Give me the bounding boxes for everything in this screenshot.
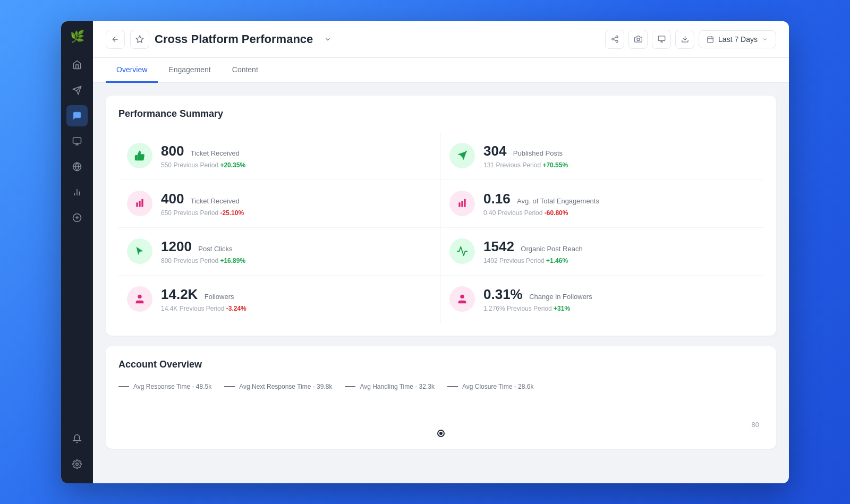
stat-change-followers: 0.31% Change in Followers 1,276% Previou… [441, 276, 763, 323]
legend-line-avg-response [118, 386, 129, 387]
sidebar-item-notifications[interactable] [66, 428, 88, 449]
stat-label-ticket-400: Ticket Received [191, 197, 240, 205]
svg-marker-31 [458, 151, 467, 160]
stat-ticket-received-800: 800 Ticket Received 550 Previous Period … [118, 132, 441, 180]
account-overview-title: Account Overview [118, 359, 763, 370]
stat-avg-engagements: 0.16 Avg. of Total Engagements 0.40 Prev… [441, 180, 763, 228]
star-button[interactable] [130, 30, 149, 49]
svg-rect-36 [461, 201, 463, 207]
download-button[interactable] [675, 30, 694, 49]
stat-icon-followers [127, 286, 152, 312]
stat-post-clicks: 1200 Post Clicks 800 Previous Period +16… [118, 228, 441, 276]
sidebar: 🌿 [61, 21, 93, 483]
stat-followers: 14.2K Followers 14.4K Previous Period -3… [118, 276, 441, 323]
svg-line-20 [614, 37, 616, 38]
account-legend: Avg Response Time - 48.5k Avg Next Respo… [118, 383, 763, 390]
stat-label-published: Published Posts [513, 149, 563, 157]
svg-point-16 [616, 36, 618, 38]
calendar-icon [707, 36, 714, 43]
svg-point-17 [611, 38, 614, 40]
stat-label-change-followers: Change in Followers [529, 293, 592, 301]
stat-change-ticket-400: -25.10% [220, 209, 244, 217]
sidebar-item-listen[interactable] [66, 156, 88, 177]
svg-point-21 [637, 38, 640, 41]
share-button[interactable] [605, 30, 624, 49]
sidebar-item-analytics[interactable] [66, 182, 88, 203]
stat-change-reach: +1.46% [546, 257, 568, 264]
stat-info-published: 304 Published Posts 131 Previous Period … [483, 143, 755, 169]
stat-info-change-followers: 0.31% Change in Followers 1,276% Previou… [483, 286, 755, 312]
stat-info-clicks: 1200 Post Clicks 800 Previous Period +16… [161, 238, 432, 264]
svg-rect-32 [136, 202, 138, 207]
sidebar-item-home[interactable] [66, 54, 88, 75]
svg-point-38 [138, 295, 141, 298]
sidebar-item-add[interactable] [66, 207, 88, 228]
stat-icon-bar-down [127, 191, 152, 216]
content-area: Performance Summary [93, 83, 789, 483]
stat-sub-published: 131 Previous Period +70.55% [483, 161, 755, 169]
chart-dot [438, 431, 444, 436]
svg-point-39 [460, 295, 464, 298]
sidebar-item-settings[interactable] [66, 454, 88, 475]
svg-rect-22 [658, 36, 665, 41]
stat-prev-reach: 1492 [483, 257, 498, 264]
stat-info-followers: 14.2K Followers 14.4K Previous Period -3… [161, 286, 432, 312]
stat-sub-engagements: 0.40 Previous Period -60.80% [483, 209, 755, 217]
stat-label-engagements: Avg. of Total Engagements [517, 197, 599, 205]
stat-prev-engagements: 0.40 [483, 209, 496, 217]
stat-number-published: 304 [483, 143, 506, 159]
stat-prev-ticket-800: 550 [161, 161, 172, 169]
svg-rect-26 [708, 37, 713, 42]
stat-change-engagements: -60.80% [545, 209, 568, 217]
stat-change-followers: -3.24% [226, 305, 246, 312]
sidebar-item-engage[interactable] [66, 105, 88, 126]
sidebar-item-contacts[interactable] [66, 131, 88, 152]
svg-rect-34 [141, 199, 143, 207]
stat-number-reach: 1542 [483, 238, 514, 254]
stat-prev-clicks: 800 [161, 257, 172, 264]
stat-icon-chartup [449, 238, 475, 264]
performance-grid: 800 Ticket Received 550 Previous Period … [118, 132, 763, 323]
stat-number-ticket-800: 800 [161, 143, 184, 159]
stat-prev-change-followers: 1,276% [483, 305, 505, 312]
stat-icon-cursor [127, 238, 152, 264]
performance-summary-title: Performance Summary [118, 108, 763, 119]
screenshot-button[interactable] [628, 30, 648, 49]
stat-info-ticket-800: 800 Ticket Received 550 Previous Period … [161, 143, 432, 169]
stat-label-reach: Organic Post Reach [521, 245, 582, 253]
stat-published-posts: 304 Published Posts 131 Previous Period … [441, 132, 763, 180]
date-filter-label: Last 7 Days [718, 35, 758, 44]
stat-label-clicks: Post Clicks [198, 245, 232, 253]
account-chart-area: 80 [118, 397, 763, 429]
sidebar-item-publish[interactable] [66, 80, 88, 101]
legend-label-avg-response: Avg Response Time - 48.5k [133, 383, 211, 390]
stat-number-followers: 14.2K [161, 286, 198, 302]
legend-label-closure: Avg Closure Time - 28.6k [462, 383, 534, 390]
legend-avg-next-response: Avg Next Response Time - 39.8k [224, 383, 332, 390]
tab-engagement[interactable]: Engagement [158, 58, 221, 83]
stat-change-clicks: +16.89% [220, 257, 245, 264]
main-content: Cross Platform Performance [93, 21, 789, 483]
stat-number-clicks: 1200 [161, 238, 192, 254]
chart-indicator [118, 431, 763, 436]
date-filter-button[interactable]: Last 7 Days [699, 30, 776, 48]
stat-sub-ticket-800: 550 Previous Period +20.35% [161, 161, 432, 169]
tab-overview[interactable]: Overview [106, 58, 158, 83]
monitor-button[interactable] [652, 30, 671, 49]
tab-content[interactable]: Content [222, 58, 269, 83]
stat-label-ticket-800: Ticket Received [191, 149, 240, 157]
stat-sub-followers: 14.4K Previous Period -3.24% [161, 305, 432, 312]
title-dropdown-button[interactable] [318, 30, 337, 49]
back-button[interactable] [106, 30, 125, 49]
legend-avg-handling: Avg Handling Time - 32.3k [345, 383, 435, 390]
stat-number-ticket-400: 400 [161, 191, 184, 207]
stat-ticket-received-400: 400 Ticket Received 650 Previous Period … [118, 180, 441, 228]
performance-summary-card: Performance Summary [106, 96, 776, 336]
stat-prev-ticket-400: 650 [161, 209, 172, 217]
stat-sub-clicks: 800 Previous Period +16.89% [161, 257, 432, 264]
svg-rect-2 [73, 138, 81, 143]
tabs-bar: Overview Engagement Content [93, 58, 789, 83]
legend-line-avg-next [224, 386, 235, 387]
legend-label-handling: Avg Handling Time - 32.3k [360, 383, 435, 390]
legend-line-handling [345, 386, 355, 387]
